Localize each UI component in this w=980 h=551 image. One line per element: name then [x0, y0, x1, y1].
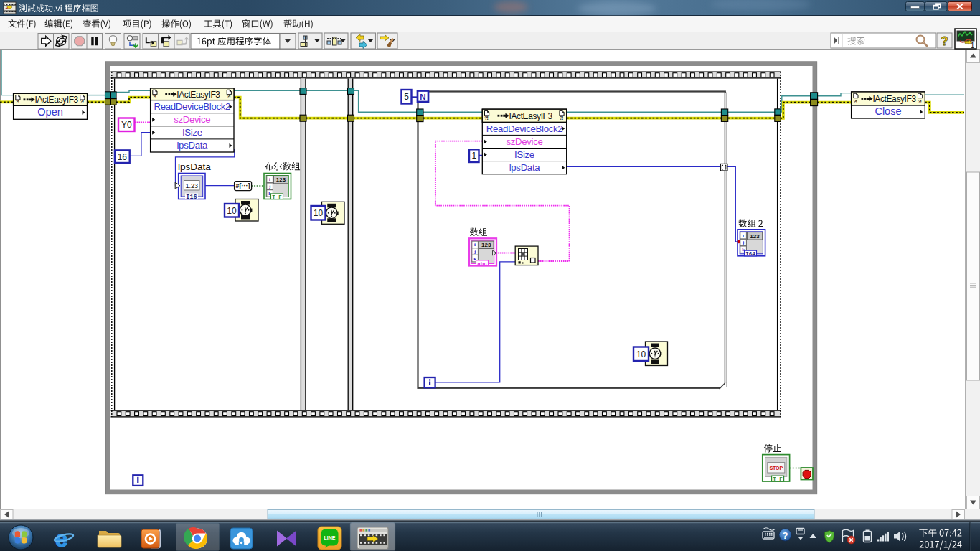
- svg-text:IActEasyIF3: IActEasyIF3: [176, 90, 220, 100]
- svg-text:10: 10: [227, 206, 237, 216]
- svg-text:j: j: [473, 249, 476, 255]
- svg-text:123: 123: [276, 176, 286, 183]
- svg-text:lpsData: lpsData: [176, 140, 208, 151]
- svg-text:ReadDeviceBlock2: ReadDeviceBlock2: [154, 101, 230, 112]
- svg-text:T F: T F: [773, 476, 783, 482]
- svg-text:i: i: [743, 233, 744, 239]
- svg-text:I16: I16: [186, 194, 197, 201]
- svg-text:?!: ?!: [16, 99, 19, 104]
- svg-text:?!: ?!: [80, 99, 84, 104]
- svg-text:lpsData: lpsData: [178, 161, 211, 172]
- svg-text:i: i: [269, 176, 270, 182]
- svg-text:ISize: ISize: [514, 149, 534, 160]
- svg-text:T F: T F: [272, 194, 282, 200]
- svg-text:123: 123: [750, 233, 760, 240]
- svg-text:ReadDeviceBlock2: ReadDeviceBlock2: [486, 123, 563, 134]
- svg-text:LINE: LINE: [324, 535, 336, 540]
- svg-text:IActEasyIF3: IActEasyIF3: [872, 94, 916, 104]
- svg-text:IActEasyIF3: IActEasyIF3: [35, 95, 79, 105]
- svg-text:16: 16: [118, 152, 128, 162]
- svg-text:j: j: [742, 240, 744, 245]
- svg-text:#[···]: #[···]: [236, 182, 250, 189]
- svg-text:Y0: Y0: [121, 120, 132, 130]
- svg-text:5: 5: [404, 92, 409, 102]
- svg-text:?!: ?!: [484, 116, 488, 121]
- svg-text:?!: ?!: [854, 99, 857, 104]
- svg-text:j: j: [268, 184, 270, 189]
- svg-text:123: 123: [481, 242, 491, 248]
- svg-text:Open: Open: [37, 106, 62, 118]
- svg-text:I64: I64: [745, 251, 755, 257]
- svg-text:?: ?: [941, 34, 948, 48]
- svg-text:lpsData: lpsData: [509, 162, 541, 173]
- svg-text:?!: ?!: [153, 94, 156, 99]
- svg-text:10: 10: [314, 208, 324, 218]
- svg-text:N: N: [420, 93, 425, 101]
- svg-text:szDevice: szDevice: [174, 114, 210, 125]
- svg-text:1: 1: [471, 151, 476, 161]
- svg-text:e: e: [55, 527, 67, 551]
- svg-text:1.23: 1.23: [185, 182, 198, 189]
- svg-text:szDevice: szDevice: [506, 136, 542, 147]
- svg-text:i: i: [474, 242, 476, 248]
- svg-text:Close: Close: [875, 105, 901, 117]
- svg-text:10: 10: [636, 349, 646, 359]
- svg-text:IActEasyIF3: IActEasyIF3: [509, 111, 553, 121]
- svg-text:1: 1: [971, 42, 975, 50]
- svg-text:?!: ?!: [227, 94, 230, 99]
- svg-text:ISize: ISize: [182, 127, 202, 138]
- svg-text:abc: abc: [477, 261, 487, 267]
- svg-text:?!: ?!: [560, 116, 563, 121]
- svg-text:?!: ?!: [918, 99, 921, 104]
- svg-text:STOP: STOP: [769, 465, 783, 471]
- svg-text:?: ?: [783, 530, 788, 541]
